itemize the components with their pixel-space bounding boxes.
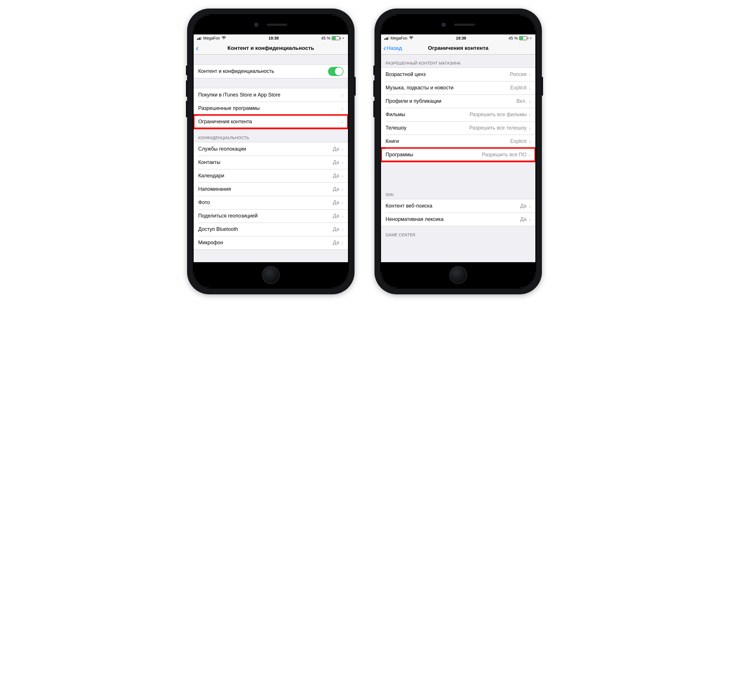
row-value: Разрешить все ПО — [482, 152, 527, 158]
chevron-right-icon: › — [341, 200, 343, 206]
row-label: Календари — [198, 173, 333, 179]
chevron-right-icon: › — [341, 240, 343, 246]
signal-icon — [197, 37, 202, 40]
privacy-row[interactable]: КонтактыДа› — [194, 156, 348, 169]
battery-icon — [519, 36, 528, 40]
chevron-left-icon: ‹ — [196, 44, 199, 52]
row-value: Да — [333, 159, 339, 165]
clock: 19:39 — [456, 36, 466, 41]
row-value: Да — [333, 186, 339, 192]
section-header-store: РАЗРЕШЕННЫЙ КОНТЕНТ МАГАЗИНА — [381, 55, 535, 67]
page-title: Ограничения контента — [381, 45, 535, 51]
row-value: Explicit — [510, 138, 527, 144]
row-label: Напоминания — [198, 186, 333, 192]
settings-row[interactable]: Покупки в iTunes Store и App Store› — [194, 88, 348, 101]
chevron-right-icon: › — [341, 146, 343, 152]
home-button[interactable] — [262, 266, 280, 284]
store-row[interactable]: Возрастной цензРоссия› — [381, 68, 535, 81]
settings-row[interactable]: Ограничения контента› — [194, 115, 348, 128]
privacy-row[interactable]: МикрофонДа› — [194, 236, 348, 249]
privacy-row[interactable]: ФотоДа› — [194, 196, 348, 209]
row-value: Да — [333, 226, 339, 232]
battery-percent: 45 % — [321, 36, 330, 41]
row-label: Микрофон — [198, 240, 333, 246]
row-label: Службы геолокации — [198, 146, 333, 152]
store-row[interactable]: ТелешоуРазрешить все телешоу› — [381, 121, 535, 135]
chevron-right-icon: › — [341, 213, 343, 219]
row-label: Программы — [386, 152, 482, 158]
chevron-right-icon: › — [529, 85, 531, 91]
chevron-right-icon: › — [341, 159, 343, 165]
privacy-row[interactable]: Поделиться геопозициейДа› — [194, 209, 348, 223]
charging-icon: ⚡︎ — [530, 36, 532, 40]
row-label: Фото — [198, 200, 333, 206]
chevron-right-icon: › — [529, 216, 531, 222]
section-header-gamecenter: GAME CENTER — [381, 226, 535, 239]
chevron-right-icon: › — [529, 71, 531, 77]
toggle-row-content-privacy[interactable]: Контент и конфиденциальность — [194, 65, 348, 78]
nav-bar: ‹ Контент и конфиденциальность — [194, 42, 348, 55]
phone-right: MegaFon 19:39 45 % ⚡︎ ‹Назад Ограничения… — [375, 9, 542, 294]
chevron-right-icon: › — [341, 226, 343, 232]
carrier-label: MegaFon — [203, 36, 220, 41]
row-label: Контент веб-поиска — [386, 203, 520, 209]
row-value: Да — [333, 200, 339, 206]
store-row[interactable]: ФильмыРазрешить все фильмы› — [381, 108, 535, 121]
section-header-privacy: КОНФИДЕНЦИАЛЬНОСТЬ — [194, 129, 348, 142]
row-value: Explicit — [510, 85, 527, 91]
chevron-right-icon: › — [529, 112, 531, 117]
row-value: Россия — [510, 71, 527, 77]
row-label: Музыка, подкасты и новости — [386, 85, 510, 91]
back-button[interactable]: ‹ — [194, 44, 199, 52]
chevron-right-icon: › — [341, 105, 343, 111]
battery-icon — [332, 36, 341, 40]
row-value: Да — [333, 146, 339, 152]
row-value: Разрешить все телешоу — [469, 125, 527, 131]
row-value: Да — [520, 216, 527, 222]
wifi-icon — [409, 36, 414, 41]
page-title: Контент и конфиденциальность — [194, 45, 348, 51]
row-label: Ненормативная лексика — [386, 216, 520, 222]
siri-row[interactable]: Контент веб-поискаДа› — [381, 199, 535, 213]
store-row[interactable]: Музыка, подкасты и новостиExplicit› — [381, 81, 535, 94]
home-button[interactable] — [449, 266, 467, 284]
privacy-row[interactable]: Службы геолокацииДа› — [194, 142, 348, 156]
row-label: Доступ Bluetooth — [198, 226, 333, 232]
switch-on[interactable] — [328, 67, 343, 76]
chevron-right-icon: › — [529, 203, 531, 209]
charging-icon: ⚡︎ — [342, 36, 344, 40]
siri-row[interactable]: Ненормативная лексикаДа› — [381, 213, 535, 226]
row-value: Вкл. — [516, 98, 527, 104]
row-label: Профили и публикации — [386, 98, 516, 104]
chevron-right-icon: › — [341, 119, 343, 125]
clock: 19:39 — [269, 36, 279, 41]
settings-row[interactable]: Разрешенные программы› — [194, 101, 348, 115]
chevron-right-icon: › — [341, 92, 343, 98]
back-button[interactable]: ‹Назад — [381, 44, 402, 52]
phone-left: MegaFon 19:39 45 % ⚡︎ ‹ Контент и конфид… — [187, 9, 354, 294]
privacy-row[interactable]: Доступ BluetoothДа› — [194, 223, 348, 236]
status-bar: MegaFon 19:39 45 % ⚡︎ — [381, 35, 535, 42]
store-row[interactable]: КнигиExplicit› — [381, 135, 535, 148]
signal-icon — [385, 37, 389, 40]
store-row[interactable]: ПрограммыРазрешить все ПО› — [381, 148, 535, 161]
carrier-label: MegaFon — [391, 36, 408, 41]
row-label: Возрастной ценз — [386, 71, 510, 77]
row-label: Поделиться геопозицией — [198, 213, 333, 219]
row-label: Фильмы — [386, 112, 470, 117]
row-label: Покупки в iTunes Store и App Store — [198, 92, 341, 98]
row-label: Телешоу — [386, 125, 469, 131]
row-label: Контакты — [198, 159, 333, 165]
chevron-right-icon: › — [529, 152, 531, 158]
row-value: Да — [520, 203, 527, 209]
row-label: Ограничения контента — [198, 119, 341, 125]
status-bar: MegaFon 19:39 45 % ⚡︎ — [194, 35, 348, 42]
privacy-row[interactable]: КалендариДа› — [194, 169, 348, 183]
section-header-siri: SIRI — [381, 190, 535, 199]
chevron-left-icon: ‹ — [383, 44, 386, 52]
battery-percent: 45 % — [508, 36, 518, 41]
store-row[interactable]: Профили и публикацииВкл.› — [381, 94, 535, 108]
privacy-row[interactable]: НапоминанияДа› — [194, 183, 348, 196]
row-value: Разрешить все фильмы — [470, 112, 527, 117]
chevron-right-icon: › — [529, 125, 531, 131]
